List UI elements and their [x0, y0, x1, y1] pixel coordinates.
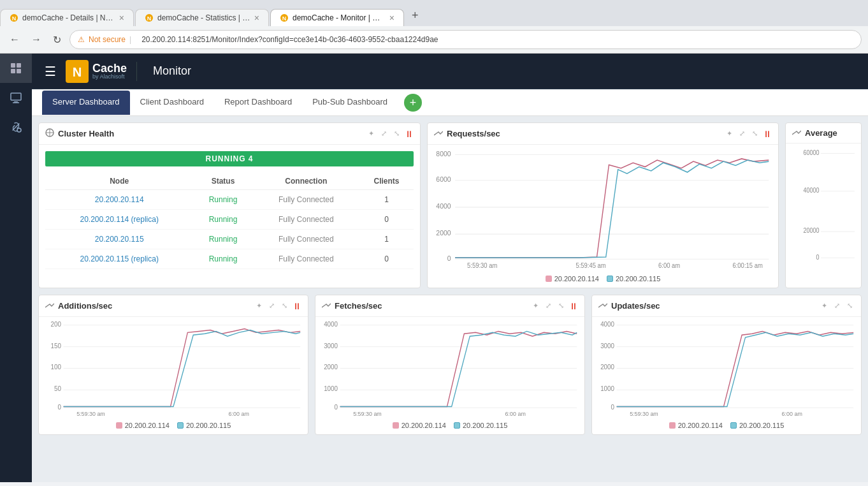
additions-expand-icon[interactable]: ⤢ [267, 300, 277, 311]
svg-text:2000: 2000 [324, 364, 338, 371]
fetches-title: Fetches/sec [335, 301, 527, 311]
hamburger-icon[interactable]: ☰ [45, 64, 56, 79]
node-link[interactable]: 20.200.20.115 [95, 235, 144, 244]
svg-text:2000: 2000 [600, 364, 614, 371]
back-button[interactable]: ← [6, 33, 23, 47]
additions-icon [45, 302, 54, 311]
updates-resize-icon[interactable]: ⤡ [845, 300, 855, 311]
cluster-expand-icon[interactable]: ⤢ [379, 128, 389, 139]
forward-button[interactable]: → [28, 33, 45, 47]
cluster-pause-button[interactable]: ⏸ [405, 129, 414, 139]
updates-settings-icon[interactable]: ✦ [820, 300, 829, 311]
logo: N Cache by Alachisoft [66, 60, 127, 83]
table-row: 20.200.20.114 (replica) Running Fully Co… [45, 210, 414, 230]
additions-title: Additions/sec [58, 301, 250, 311]
svg-text:6:00 am: 6:00 am [658, 261, 680, 269]
col-clients: Clients [359, 173, 414, 190]
tab-favicon-3: N [280, 13, 289, 22]
sidebar-item-grid[interactable] [0, 54, 32, 83]
tab-bar: N demoCache - Details | NCache × N demoC… [0, 0, 868, 26]
fetches-pause-button[interactable]: ⏸ [569, 301, 578, 311]
address-input[interactable] [135, 33, 853, 47]
browser-tab-1[interactable]: N demoCache - Details | NCache × [0, 9, 134, 26]
additions-header: Additions/sec ✦ ⤢ ⤡ ⏸ [39, 295, 308, 317]
svg-text:6:00:15 am: 6:00:15 am [732, 261, 762, 269]
svg-text:4000: 4000 [600, 320, 614, 327]
node-link[interactable]: 20.200.20.114 [95, 195, 144, 204]
updates-card-controls: ✦ ⤢ ⤡ [820, 300, 855, 311]
svg-text:60000: 60000 [803, 149, 819, 156]
svg-text:5:59:30 am: 5:59:30 am [76, 411, 105, 416]
dashboard-row-2: Additions/sec ✦ ⤢ ⤡ ⏸ 200 150 100 [38, 295, 862, 435]
cluster-resize-icon[interactable]: ⤡ [392, 128, 401, 139]
tab-close-3[interactable]: × [389, 13, 394, 22]
tab-client-dashboard[interactable]: Client Dashboard [130, 91, 214, 115]
fetches-legend-label-2: 20.200.20.115 [463, 422, 507, 429]
updates-expand-icon[interactable]: ⤢ [832, 300, 842, 311]
tab-title-1: demoCache - Details | NCache [22, 13, 115, 22]
status-cell: Running [193, 249, 252, 269]
cluster-table: Node Status Connection Clients 20.200.20… [45, 173, 414, 269]
fetches-resize-icon[interactable]: ⤡ [556, 300, 566, 311]
updates-chart-wrap: 4000 3000 2000 1000 0 5:5 [592, 317, 861, 419]
fetches-legend-2: 20.200.20.115 [454, 422, 507, 429]
reload-button[interactable]: ↻ [50, 33, 64, 47]
tab-close-1[interactable]: × [119, 13, 124, 22]
sidebar-item-tools[interactable] [0, 112, 32, 142]
new-tab-button[interactable]: + [405, 5, 425, 26]
updates-legend-label-1: 20.200.20.114 [678, 422, 723, 429]
requests-chart-wrap: 8000 6000 4000 2000 0 [428, 145, 778, 272]
browser-tab-2[interactable]: N demoCache - Statistics | NCache × [135, 9, 269, 26]
svg-text:200: 200 [51, 320, 62, 327]
browser-tab-3[interactable]: N demoCache - Monitor | NCache × [270, 9, 404, 26]
requests-expand-icon[interactable]: ⤢ [737, 128, 747, 139]
tab-server-dashboard[interactable]: Server Dashboard [42, 91, 130, 115]
fetches-settings-icon[interactable]: ✦ [531, 300, 540, 311]
requests-settings-icon[interactable]: ✦ [725, 128, 734, 139]
tab-pubsub-dashboard[interactable]: Pub-Sub Dashboard [302, 91, 398, 115]
logo-sub-text: by Alachisoft [92, 73, 127, 80]
clients-cell: 0 [359, 210, 414, 230]
security-icon: ⚠ [78, 35, 85, 44]
tab-close-2[interactable]: × [254, 13, 259, 22]
add-dashboard-button[interactable]: + [404, 94, 422, 112]
node-link[interactable]: 20.200.20.114 (replica) [80, 215, 158, 224]
requests-pause-button[interactable]: ⏸ [763, 129, 772, 139]
clients-cell: 1 [359, 190, 414, 210]
status-cell: Running [193, 210, 252, 230]
fetches-expand-icon[interactable]: ⤢ [544, 300, 553, 311]
updates-legend: 20.200.20.114 20.200.20.115 [592, 419, 861, 434]
fetches-chart-card: Fetches/sec ✦ ⤢ ⤡ ⏸ 4000 3000 2000 [315, 295, 585, 435]
svg-text:150: 150 [51, 342, 62, 349]
app-title: Monitor [153, 64, 191, 78]
connection-cell: Fully Connected [253, 190, 359, 210]
legend-item-2: 20.200.20.115 [607, 275, 660, 283]
updates-legend-2: 20.200.20.115 [730, 422, 784, 429]
average-chart-svg: 60000 40000 20000 0 [792, 147, 855, 268]
svg-rect-6 [11, 63, 15, 68]
additions-legend-dot-2 [177, 422, 184, 429]
additions-settings-icon[interactable]: ✦ [254, 300, 264, 311]
sidebar-item-monitor[interactable] [0, 83, 32, 112]
additions-legend-2: 20.200.20.115 [177, 422, 231, 429]
requests-legend: 20.200.20.114 20.200.20.115 [428, 272, 778, 288]
average-icon [792, 129, 801, 138]
fetches-legend: 20.200.20.114 20.200.20.115 [315, 419, 584, 434]
cluster-settings-icon[interactable]: ✦ [366, 128, 376, 139]
requests-resize-icon[interactable]: ⤡ [750, 128, 760, 139]
clients-cell: 1 [359, 230, 414, 249]
node-link[interactable]: 20.200.20.115 (replica) [80, 254, 158, 263]
connection-cell: Fully Connected [253, 210, 359, 230]
cluster-icon [45, 128, 54, 139]
additions-resize-icon[interactable]: ⤡ [280, 300, 289, 311]
average-title: Average [805, 128, 855, 138]
sidebar [0, 54, 32, 482]
additions-legend-dot-1 [116, 422, 122, 429]
additions-pause-button[interactable]: ⏸ [293, 301, 301, 311]
updates-header: Updates/sec ✦ ⤢ ⤡ [592, 295, 861, 317]
main-content: ☰ N Cache by Alachisoft Monitor Server D… [32, 54, 868, 482]
additions-legend-label-1: 20.200.20.114 [125, 422, 170, 429]
tab-report-dashboard[interactable]: Report Dashboard [214, 91, 302, 115]
legend-label-1: 20.200.20.114 [554, 275, 599, 283]
svg-text:N: N [73, 65, 82, 79]
